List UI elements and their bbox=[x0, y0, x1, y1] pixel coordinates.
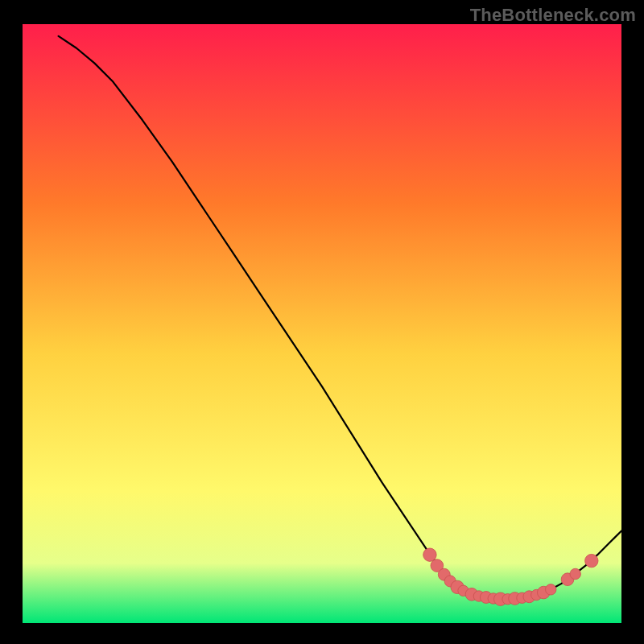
chart-plot-area bbox=[23, 24, 621, 623]
chart-dot bbox=[570, 568, 580, 579]
chart-svg bbox=[23, 24, 621, 623]
chart-dot bbox=[423, 548, 436, 561]
watermark-text: TheBottleneck.com bbox=[470, 5, 636, 26]
chart-dot bbox=[585, 554, 598, 567]
chart-dot bbox=[545, 584, 555, 595]
chart-background bbox=[23, 24, 621, 623]
